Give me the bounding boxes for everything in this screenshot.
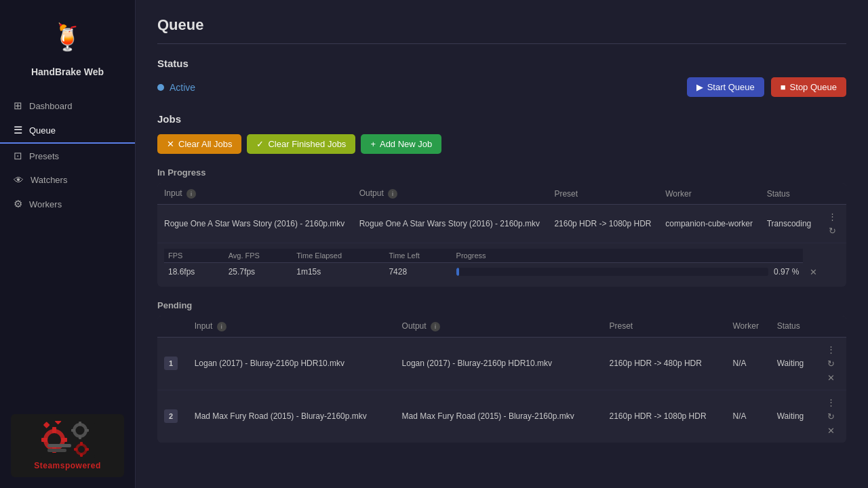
ip-status: Transcoding — [760, 205, 818, 243]
pending-row-2-num: 2 — [157, 390, 188, 443]
pending-input-info: i — [217, 322, 226, 331]
pending-output-col: Output i — [395, 316, 603, 338]
pending-row-2-preset: 2160p HDR -> 1080p HDR — [602, 390, 726, 443]
pending-section: Pending Input i Output i Preset — [157, 300, 846, 443]
pending-num-badge-2: 2 — [164, 409, 178, 423]
sidebar-bottom: Steamspowered — [0, 403, 135, 488]
pending-row-1-menu-button[interactable]: ⋮ — [824, 343, 838, 356]
progress-header: Progress — [452, 249, 804, 263]
pending-row-1-status: Waiting — [770, 337, 815, 390]
job-actions: ✕ Clear All Jobs ✓ Clear Finished Jobs +… — [157, 134, 846, 154]
pending-row-2-action-group: ⋮ ↻ ✕ — [822, 396, 840, 437]
pending-row-1-action-group: ⋮ ↻ ✕ — [822, 343, 840, 384]
pending-row-1-refresh-button[interactable]: ↻ — [825, 357, 837, 370]
sidebar-item-watchers[interactable]: 👁 Watchers — [0, 168, 135, 192]
time-elapsed-value: 1m15s — [292, 263, 384, 281]
add-new-job-button[interactable]: + Add New Job — [361, 134, 441, 154]
add-new-job-label: Add New Job — [380, 139, 432, 149]
row-menu-button[interactable]: ⋮ — [825, 210, 840, 223]
pending-header-row: Input i Output i Preset Worker Status — [157, 316, 846, 338]
in-progress-section: In Progress Input i Output i Preset — [157, 167, 846, 287]
svg-rect-14 — [85, 429, 89, 432]
sidebar-item-watchers-label: Watchers — [31, 175, 67, 185]
clear-all-icon: ✕ — [167, 139, 174, 149]
svg-rect-18 — [80, 453, 83, 457]
svg-point-16 — [78, 446, 85, 453]
progress-bar-cell: 0.97 % — [452, 263, 804, 281]
col-worker-header: Worker — [658, 183, 760, 205]
stop-queue-button[interactable]: ■ Stop Queue — [771, 77, 846, 97]
col-input-header: Input i — [157, 183, 353, 205]
clear-all-jobs-button[interactable]: ✕ Clear All Jobs — [157, 134, 241, 154]
in-progress-table-wrapper: Input i Output i Preset Worker Status — [157, 183, 846, 287]
in-progress-title: In Progress — [157, 167, 846, 178]
sidebar-nav: ⊞ Dashboard ☰ Queue ⊡ Presets 👁 Watchers… — [0, 94, 135, 216]
svg-rect-17 — [80, 442, 83, 445]
progress-bar-fill — [456, 268, 459, 276]
pending-row-2-status: Waiting — [770, 390, 815, 443]
row-refresh-button[interactable]: ↻ — [826, 224, 839, 237]
col-output-header: Output i — [353, 183, 548, 205]
steamspowered-badge: Steamspowered — [11, 414, 124, 477]
pending-row-1: 1 Logan (2017) - Bluray-2160p HDR10.mkv … — [157, 337, 846, 390]
pending-num-badge-1: 1 — [164, 357, 178, 370]
status-active-dot — [157, 84, 164, 91]
progress-close-button[interactable]: ✕ — [807, 266, 820, 279]
ip-worker: companion-cube-worker — [658, 205, 760, 243]
presets-icon: ⊡ — [14, 150, 22, 162]
svg-rect-3 — [52, 427, 56, 433]
pending-row-1-close-button[interactable]: ✕ — [825, 371, 837, 384]
fps-header: FPS — [164, 249, 224, 263]
queue-controls: ▶ Start Queue ■ Stop Queue — [687, 77, 846, 97]
pending-input-col: Input i — [188, 316, 395, 338]
pending-actions-col — [815, 316, 846, 338]
ip-preset: 2160p HDR -> 1080p HDR — [547, 205, 658, 243]
sidebar-item-workers[interactable]: ⚙ Workers — [0, 192, 135, 216]
pending-row-1-worker: N/A — [726, 337, 770, 390]
progress-inner-table: FPS Avg. FPS Time Elapsed Time Left Prog… — [164, 249, 840, 281]
sidebar-item-queue[interactable]: ☰ Queue — [0, 118, 135, 144]
avg-fps-value: 25.7fps — [224, 263, 293, 281]
pending-table: Input i Output i Preset Worker Status — [157, 316, 846, 443]
clear-finished-jobs-button[interactable]: ✓ Clear Finished Jobs — [247, 134, 355, 154]
steam-gears-icon — [41, 421, 95, 458]
pending-status-col: Status — [770, 316, 815, 338]
progress-details-cell: FPS Avg. FPS Time Elapsed Time Left Prog… — [157, 243, 846, 287]
svg-rect-11 — [79, 422, 81, 426]
clear-finished-jobs-label: Clear Finished Jobs — [268, 139, 346, 149]
app-logo: 🍹 — [44, 14, 92, 61]
svg-rect-20 — [85, 448, 89, 451]
pending-worker-col: Worker — [726, 316, 770, 338]
pending-row-1-actions: ⋮ ↻ ✕ — [815, 337, 846, 390]
pending-row-2: 2 Mad Max Fury Road (2015) - Bluray-2160… — [157, 390, 846, 443]
pending-row-2-refresh-button[interactable]: ↻ — [825, 410, 837, 423]
add-icon: + — [370, 139, 376, 149]
title-divider — [157, 43, 846, 44]
watchers-icon: 👁 — [14, 174, 24, 186]
sidebar-item-presets[interactable]: ⊡ Presets — [0, 144, 135, 168]
pending-row-2-input: Mad Max Fury Road (2015) - Bluray-2160p.… — [188, 390, 395, 443]
avg-fps-header: Avg. FPS — [224, 249, 293, 263]
stop-icon: ■ — [781, 82, 786, 92]
clear-finished-icon: ✓ — [256, 139, 264, 149]
pending-row-2-menu-button[interactable]: ⋮ — [824, 396, 838, 409]
sidebar-item-dashboard[interactable]: ⊞ Dashboard — [0, 94, 135, 118]
pending-row-2-close-button[interactable]: ✕ — [825, 424, 837, 437]
pending-title: Pending — [157, 300, 846, 310]
pending-row-1-num: 1 — [157, 337, 188, 390]
svg-rect-21 — [47, 444, 71, 447]
input-info-icon: i — [186, 189, 196, 199]
sidebar: 🍹 HandBrake Web ⊞ Dashboard ☰ Queue ⊡ Pr… — [0, 0, 136, 488]
pending-num-col — [157, 316, 188, 338]
svg-rect-6 — [61, 438, 67, 442]
pending-table-wrapper: Input i Output i Preset Worker Status — [157, 316, 846, 443]
start-icon: ▶ — [696, 82, 703, 92]
pending-row-2-worker: N/A — [726, 390, 770, 443]
status-active: Active — [157, 82, 195, 93]
svg-point-10 — [75, 426, 84, 435]
time-left-header: Time Left — [384, 249, 452, 263]
time-left-value: 7428 — [384, 263, 452, 281]
stop-queue-label: Stop Queue — [790, 82, 837, 92]
pending-preset-col: Preset — [602, 316, 726, 338]
start-queue-button[interactable]: ▶ Start Queue — [687, 77, 764, 97]
